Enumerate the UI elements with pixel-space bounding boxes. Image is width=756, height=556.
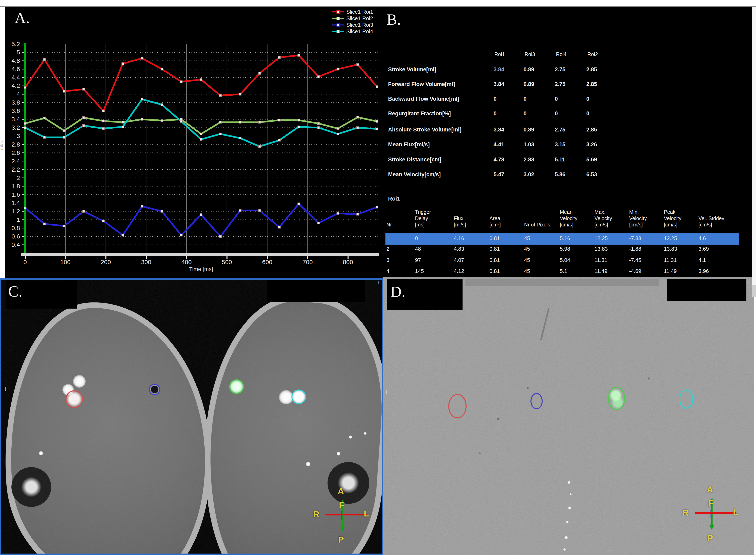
roi3-contour-blue[interactable]: [149, 384, 160, 395]
summary-row-label: Backward Flow Volume[ml]: [388, 96, 459, 102]
table-vertical-scrollbar[interactable]: [752, 7, 756, 297]
roi2-contour-green[interactable]: [608, 387, 625, 410]
roi2-contour-green[interactable]: [229, 379, 244, 394]
summary-cell: 3.02: [524, 171, 534, 178]
y-tick-label: 1: [17, 216, 20, 223]
phase-bright-dot: [566, 521, 568, 523]
legend-swatch-line: [332, 25, 344, 26]
data-point-marker: [239, 121, 241, 123]
data-point-marker: [376, 206, 378, 208]
x-axis-tick: [227, 256, 228, 259]
summary-cell: 1.03: [524, 141, 534, 148]
data-point-marker: [200, 214, 202, 216]
panel-a-label: A.: [15, 9, 30, 27]
summary-cell: 5.69: [586, 157, 597, 163]
roi-table-cell: 5.16: [560, 235, 570, 242]
figure-root: 0.40.60.811.21.41.61.822.22.42.62.833.23…: [0, 0, 756, 556]
roi-table-cell: 45: [524, 246, 530, 252]
legend-item: Slice1 Roi4: [332, 28, 373, 35]
roi-table-cell: -1.88: [629, 246, 641, 252]
crosshair-green-arrowhead: [709, 525, 714, 530]
roi3-contour-blue[interactable]: [530, 393, 543, 409]
series-line-slice1-roi3: [25, 204, 377, 236]
data-point-marker: [337, 127, 339, 130]
panel-c-label: C.: [8, 282, 23, 300]
y-tick-label: 2.8: [11, 141, 20, 148]
data-point-marker: [278, 226, 281, 228]
data-point-marker: [141, 118, 143, 120]
data-point-marker: [122, 234, 124, 236]
table-horizontal-scrollbar[interactable]: [465, 279, 659, 286]
data-point-marker: [337, 212, 339, 215]
roi1-contour-red[interactable]: [448, 394, 467, 418]
orientation-letter-left: L: [364, 509, 369, 519]
panel-b-label: B.: [387, 10, 401, 28]
data-point-marker: [200, 138, 202, 140]
data-point-marker: [43, 58, 45, 61]
data-point-marker: [219, 121, 222, 123]
roi-table-cell: 1: [387, 235, 389, 242]
y-tick-label: 3.2: [11, 124, 20, 131]
x-axis-tick: [267, 256, 268, 259]
roi-table-column-header: PeakVelocity[cm/s]: [664, 209, 681, 228]
roi-table-cell: 4.83: [454, 246, 464, 252]
data-point-marker: [102, 110, 104, 112]
legend-item-label: Slice1 Roi3: [346, 22, 373, 28]
roi-table-cell: 4.07: [454, 257, 464, 263]
roi-table-column-header: Nr: [387, 221, 392, 228]
left-thigh: [0, 295, 220, 555]
roi-table-column-header: MeanVelocity[cm/s]: [560, 209, 577, 228]
legend-item-label: Slice1 Roi4: [346, 28, 373, 35]
vessel-bright-spot: [349, 436, 352, 439]
orientation-marker: AFPRL: [314, 488, 371, 547]
phase-speck: [648, 378, 650, 380]
orientation-letter-feet: F: [339, 500, 344, 510]
y-tick-label: 4.2: [11, 82, 20, 89]
roi4-contour-cyan[interactable]: [679, 389, 693, 409]
y-tick-label: 1.2: [11, 208, 20, 215]
table-vertical-scrollbar-nub[interactable]: [752, 285, 756, 297]
roi-table-cell: 11.31: [664, 257, 677, 263]
legend-swatch-line: [332, 11, 344, 12]
roi4-contour-cyan[interactable]: [291, 389, 306, 404]
vessel-bright-spot: [337, 452, 340, 455]
data-point-marker: [298, 203, 300, 205]
x-tick-label: 800: [343, 258, 353, 265]
summary-cell: 0: [555, 110, 558, 117]
roi-table-cell: 97: [415, 257, 421, 263]
y-tick-label: 1.4: [11, 200, 20, 206]
data-point-marker: [141, 57, 143, 59]
roi-table-column-header: TriggerDelay[ms]: [415, 209, 431, 228]
summary-cell: 0.89: [524, 81, 534, 88]
data-point-marker: [102, 127, 104, 130]
x-tick-label: 300: [141, 258, 151, 265]
roi-table-cell: 13.83: [594, 246, 608, 252]
data-point-marker: [357, 63, 359, 66]
summary-cell: 2.75: [555, 127, 565, 133]
data-point-marker: [161, 104, 163, 106]
data-point-marker: [161, 210, 163, 212]
roi-table-cell: -7.45: [629, 257, 641, 263]
data-point-marker: [180, 234, 182, 236]
summary-row-label: Stroke Distance[cm]: [388, 157, 441, 163]
summary-cell: 3.84: [494, 81, 504, 88]
y-tick-label: 2.2: [11, 166, 20, 173]
data-point-marker: [258, 72, 261, 74]
summary-cell: 2.85: [586, 127, 597, 133]
data-point-marker: [317, 76, 320, 78]
roi1-contour-red[interactable]: [65, 390, 83, 408]
data-point-marker: [258, 121, 261, 123]
summary-cell: 0.89: [524, 127, 534, 133]
data-point-marker: [298, 54, 300, 57]
y-tick-label: 4: [17, 91, 20, 97]
phase-bright-dot: [563, 548, 566, 551]
slice-indicator-d-left: I: [386, 389, 387, 395]
x-axis-line: [21, 253, 379, 256]
summary-cell: 0: [494, 110, 497, 117]
x-axis-tick: [25, 256, 26, 259]
data-point-marker: [63, 90, 65, 92]
data-point-marker: [43, 117, 45, 119]
data-point-marker: [317, 222, 320, 224]
data-point-marker: [298, 119, 300, 121]
roi-table-cell: 12.25: [594, 235, 608, 242]
